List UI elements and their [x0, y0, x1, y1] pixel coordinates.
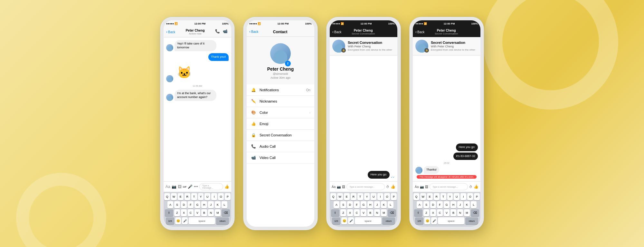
- key-4-a[interactable]: A: [417, 201, 422, 208]
- key-3-i[interactable]: I: [377, 193, 383, 200]
- aa-icon-3[interactable]: Aa: [332, 185, 336, 189]
- key-a[interactable]: A: [167, 201, 173, 208]
- key-p[interactable]: P: [225, 193, 231, 200]
- key-3-a[interactable]: A: [334, 201, 339, 208]
- key-m[interactable]: M: [215, 209, 221, 216]
- key-4-p[interactable]: P: [474, 193, 480, 200]
- key-y[interactable]: Y: [198, 193, 204, 200]
- key-4-h[interactable]: H: [450, 201, 456, 208]
- key-3-k[interactable]: K: [381, 201, 387, 208]
- key-4-d[interactable]: D: [430, 201, 436, 208]
- mic-icon-1[interactable]: 🎤: [188, 184, 193, 189]
- key-4-n[interactable]: N: [457, 209, 463, 216]
- timer-icon-3[interactable]: ⏱: [386, 185, 389, 189]
- key-4-w[interactable]: W: [420, 193, 426, 200]
- key-4-o[interactable]: O: [467, 193, 473, 200]
- image-icon-1[interactable]: 🖼: [178, 184, 182, 189]
- key-3-123[interactable]: 123: [332, 217, 340, 224]
- secret-input-4[interactable]: Type a secret message...: [430, 183, 468, 190]
- key-o[interactable]: O: [218, 193, 224, 200]
- key-4-123[interactable]: 123: [415, 217, 423, 224]
- key-4-x[interactable]: X: [430, 209, 436, 216]
- message-input-1[interactable]: Type a message...: [199, 183, 223, 190]
- key-return[interactable]: return: [216, 217, 229, 224]
- key-3-w[interactable]: W: [337, 193, 343, 200]
- aa-icon-1[interactable]: Aa: [166, 184, 170, 189]
- key-i[interactable]: I: [211, 193, 217, 200]
- video-icon-1[interactable]: 📹: [223, 29, 229, 35]
- key-space[interactable]: space: [189, 217, 215, 224]
- image-icon-3[interactable]: 🖼: [342, 185, 345, 189]
- key-4-i[interactable]: I: [460, 193, 466, 200]
- key-3-v[interactable]: V: [361, 209, 366, 216]
- key-q[interactable]: Q: [164, 193, 170, 200]
- key-3-x[interactable]: X: [347, 209, 353, 216]
- key-4-shift[interactable]: ⇧: [414, 209, 422, 216]
- key-4-mic[interactable]: 🎤: [431, 217, 437, 224]
- key-4-b[interactable]: B: [450, 209, 456, 216]
- menu-notifications[interactable]: 🔔 Notifications On: [247, 84, 314, 96]
- camera-icon-1[interactable]: 📷: [172, 184, 176, 189]
- key-l[interactable]: L: [222, 201, 227, 208]
- dots-icon-1[interactable]: •••: [194, 184, 198, 189]
- key-4-m[interactable]: M: [464, 209, 470, 216]
- key-4-del[interactable]: ⌫: [471, 209, 479, 216]
- key-c[interactable]: C: [188, 209, 194, 216]
- key-3-j[interactable]: J: [374, 201, 380, 208]
- key-3-f[interactable]: F: [354, 201, 360, 208]
- like-icon-1[interactable]: 👍: [224, 184, 229, 189]
- camera-icon-3[interactable]: 📷: [337, 185, 341, 189]
- key-4-c[interactable]: C: [437, 209, 443, 216]
- key-b[interactable]: B: [201, 209, 207, 216]
- key-3-emoji[interactable]: 😊: [341, 217, 347, 224]
- back-button-4[interactable]: ‹ Back: [415, 30, 424, 34]
- key-3-return[interactable]: return: [382, 217, 395, 224]
- back-button-2[interactable]: ‹ Back: [249, 29, 258, 34]
- key-v[interactable]: V: [194, 209, 200, 216]
- key-4-k[interactable]: K: [464, 201, 470, 208]
- key-n[interactable]: N: [208, 209, 214, 216]
- key-3-y[interactable]: Y: [364, 193, 370, 200]
- menu-color[interactable]: 🎨 Color ›: [247, 107, 314, 118]
- key-3-g[interactable]: G: [361, 201, 366, 208]
- timer-icon-4[interactable]: ⏱: [469, 185, 472, 189]
- key-4-j[interactable]: J: [457, 201, 463, 208]
- key-3-mic[interactable]: 🎤: [348, 217, 354, 224]
- key-k[interactable]: K: [215, 201, 221, 208]
- key-123[interactable]: 123: [166, 217, 174, 224]
- key-x[interactable]: X: [181, 209, 187, 216]
- key-r[interactable]: R: [185, 193, 190, 200]
- like-icon-4[interactable]: 👍: [474, 184, 478, 189]
- key-4-u[interactable]: U: [454, 193, 459, 200]
- key-f[interactable]: F: [188, 201, 194, 208]
- camera-icon-4[interactable]: 📷: [420, 185, 424, 189]
- aa-icon-4[interactable]: Aa: [415, 185, 419, 189]
- key-u[interactable]: U: [204, 193, 210, 200]
- key-3-q[interactable]: Q: [330, 193, 336, 200]
- key-3-c[interactable]: C: [354, 209, 360, 216]
- key-4-emoji[interactable]: 😊: [424, 217, 430, 224]
- key-d[interactable]: D: [181, 201, 187, 208]
- key-3-t[interactable]: T: [357, 193, 363, 200]
- key-4-g[interactable]: G: [444, 201, 450, 208]
- key-4-l[interactable]: L: [471, 201, 477, 208]
- key-mic[interactable]: 🎤: [182, 217, 188, 224]
- key-z[interactable]: Z: [174, 209, 180, 216]
- menu-secret[interactable]: 🔒 Secret Conversation: [247, 130, 314, 141]
- key-3-b[interactable]: B: [367, 209, 373, 216]
- key-4-r[interactable]: R: [434, 193, 440, 200]
- phone-icon-1[interactable]: 📞: [215, 29, 221, 35]
- key-4-return[interactable]: return: [465, 217, 478, 224]
- key-4-e[interactable]: E: [427, 193, 433, 200]
- key-4-f[interactable]: F: [437, 201, 443, 208]
- key-3-shift[interactable]: ⇧: [331, 209, 339, 216]
- gif-icon-1[interactable]: GIF: [183, 186, 187, 188]
- key-del[interactable]: ⌫: [222, 209, 230, 216]
- back-button-3[interactable]: ‹ Back: [332, 30, 341, 34]
- back-button-1[interactable]: ‹ Back: [166, 30, 175, 34]
- like-icon-3[interactable]: 👍: [391, 184, 395, 189]
- key-4-y[interactable]: Y: [447, 193, 453, 200]
- key-3-s[interactable]: S: [340, 201, 346, 208]
- key-g[interactable]: G: [194, 201, 200, 208]
- key-3-del[interactable]: ⌫: [388, 209, 396, 216]
